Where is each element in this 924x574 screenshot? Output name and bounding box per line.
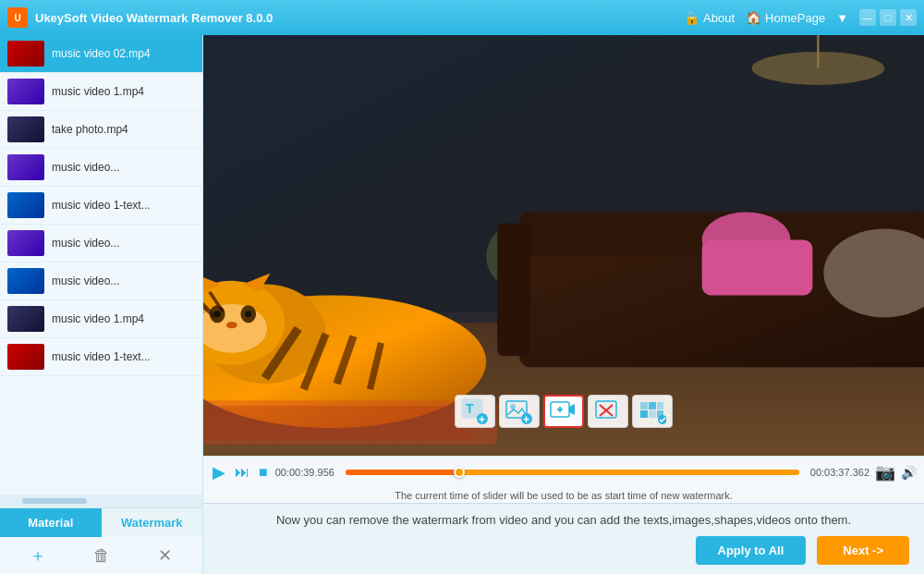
trash-icon: 🗑	[93, 546, 110, 566]
list-item[interactable]: music video 1-text...	[0, 338, 202, 376]
about-button[interactable]: 🔒 About	[684, 10, 735, 25]
stop-button[interactable]: ■	[257, 462, 270, 482]
timeline-slider[interactable]	[346, 470, 799, 475]
app-title: UkeySoft Video Watermark Remover 8.0.0	[35, 11, 273, 25]
file-name: music video 1-text...	[52, 350, 195, 363]
lock-icon: 🔒	[684, 10, 699, 25]
file-list[interactable]: music video 02.mp4 music video 1.mp4 tak…	[0, 35, 202, 495]
svg-text:T: T	[466, 401, 474, 416]
svg-text:+: +	[523, 413, 529, 424]
list-item[interactable]: music video...	[0, 225, 202, 263]
tab-material[interactable]: Material	[0, 508, 102, 537]
title-bar-left: U UkeySoft Video Watermark Remover 8.0.0	[7, 7, 273, 28]
scene-svg	[203, 35, 924, 456]
list-item[interactable]: take photo.mp4	[0, 111, 202, 149]
bottom-actions: Apply to All Next ->	[218, 536, 909, 565]
file-name: music video 1.mp4	[52, 85, 195, 98]
file-name: music video...	[52, 237, 195, 250]
svg-point-24	[245, 311, 251, 317]
video-player: T + +	[203, 35, 924, 456]
add-file-button[interactable]: ＋	[25, 543, 51, 568]
dropdown-button[interactable]: ▼	[836, 11, 848, 25]
plus-icon: ＋	[30, 544, 46, 567]
file-name: music video 1.mp4	[52, 312, 195, 325]
play-button[interactable]: ▶	[211, 460, 227, 484]
file-thumbnail	[7, 192, 44, 218]
video-add-icon	[550, 398, 578, 424]
title-bar: U UkeySoft Video Watermark Remover 8.0.0…	[0, 0, 924, 35]
svg-rect-49	[640, 410, 648, 418]
window-controls: — □ ✕	[859, 9, 917, 26]
step-forward-button[interactable]: ⏭	[233, 462, 251, 482]
bottom-bar: Now you can remove the watermark from vi…	[203, 503, 924, 574]
svg-rect-48	[657, 402, 663, 409]
svg-rect-50	[649, 410, 656, 418]
list-item[interactable]: music video 1.mp4	[0, 300, 202, 338]
slider-thumb[interactable]	[454, 467, 465, 478]
image-add-icon: +	[505, 398, 533, 424]
file-name: music video...	[52, 275, 195, 287]
timeline-area: ▶ ⏭ ■ 00:00:39.956 00:03:37.362 📷 🔊 The …	[203, 456, 924, 503]
svg-text:+: +	[479, 413, 485, 424]
mosaic-icon	[638, 398, 666, 424]
list-item[interactable]: music video...	[0, 149, 202, 187]
video-scene: T + +	[203, 35, 924, 456]
total-time: 00:03:37.362	[805, 467, 869, 478]
file-name: take photo.mp4	[52, 123, 195, 136]
svg-rect-12	[702, 240, 813, 296]
volume-button[interactable]: 🔊	[901, 465, 917, 480]
file-thumbnail	[7, 41, 44, 67]
svg-rect-47	[649, 402, 656, 409]
file-name: music video 02.mp4	[52, 47, 195, 60]
maximize-button[interactable]: □	[880, 9, 896, 26]
home-icon: 🏠	[746, 10, 761, 25]
remove-watermark-button[interactable]	[588, 395, 628, 428]
list-item[interactable]: music video 1-text...	[0, 187, 202, 225]
svg-rect-46	[640, 402, 648, 409]
homepage-button[interactable]: 🏠 HomePage	[746, 10, 825, 25]
file-thumbnail	[7, 344, 44, 370]
mosaic-button[interactable]	[632, 395, 673, 428]
controls-row: ▶ ⏭ ■ 00:00:39.956 00:03:37.362 📷 🔊	[203, 457, 924, 488]
current-time: 00:00:39.956	[275, 467, 340, 478]
info-text: Now you can remove the watermark from vi…	[218, 513, 909, 527]
file-thumbnail	[7, 79, 44, 104]
file-thumbnail	[7, 268, 44, 294]
delete-file-button[interactable]: 🗑	[89, 543, 115, 568]
app-logo: U	[7, 7, 28, 28]
minimize-button[interactable]: —	[859, 9, 876, 26]
list-item[interactable]: music video 02.mp4	[0, 35, 202, 73]
timeline-hint: The current time of slider will be used …	[203, 488, 924, 503]
file-thumbnail	[7, 154, 44, 180]
svg-rect-31	[203, 406, 475, 439]
apply-to-all-button[interactable]: Apply to All	[696, 536, 807, 565]
title-bar-right: 🔒 About 🏠 HomePage ▼ — □ ✕	[684, 9, 917, 26]
file-thumbnail	[7, 116, 44, 142]
video-toolbar: T + +	[455, 395, 673, 428]
add-text-button[interactable]: T +	[455, 395, 495, 428]
svg-point-37	[510, 404, 516, 409]
svg-rect-8	[497, 224, 530, 357]
file-thumbnail	[7, 230, 44, 256]
close-button[interactable]: ✕	[900, 9, 917, 26]
list-item[interactable]: music video...	[0, 263, 202, 300]
sidebar: music video 02.mp4 music video 1.mp4 tak…	[0, 35, 203, 574]
horizontal-scrollbar[interactable]	[0, 495, 202, 507]
x-icon: ✕	[158, 545, 172, 566]
chevron-down-icon: ▼	[836, 11, 848, 25]
list-item[interactable]: music video 1.mp4	[0, 73, 202, 111]
file-name: music video 1-text...	[52, 199, 195, 212]
next-button[interactable]: Next ->	[817, 536, 909, 565]
sidebar-tabs: Material Watermark	[0, 508, 202, 537]
video-area: T + +	[203, 35, 924, 574]
file-thumbnail	[7, 306, 44, 332]
screenshot-button[interactable]: 📷	[875, 462, 895, 482]
sidebar-bottom: Material Watermark ＋ 🗑 ✕	[0, 507, 202, 574]
slider-played	[346, 470, 459, 475]
tab-watermark[interactable]: Watermark	[102, 508, 203, 537]
main-layout: music video 02.mp4 music video 1.mp4 tak…	[0, 35, 924, 574]
close-file-button[interactable]: ✕	[152, 543, 178, 568]
sidebar-actions: ＋ 🗑 ✕	[0, 537, 202, 574]
add-image-button[interactable]: +	[499, 395, 540, 428]
add-video-button[interactable]	[543, 395, 584, 428]
